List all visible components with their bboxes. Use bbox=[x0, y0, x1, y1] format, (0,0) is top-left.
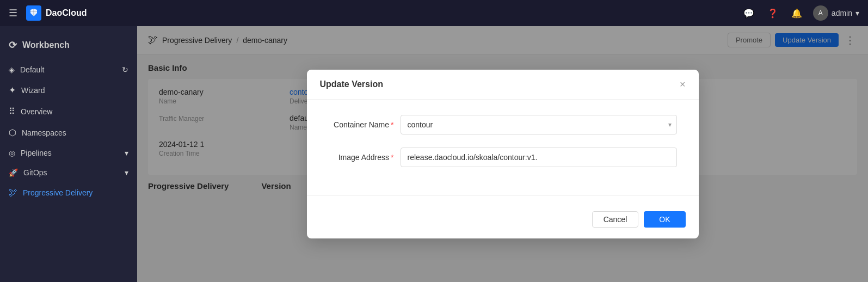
container-name-select-wrapper: contour ▾ bbox=[401, 115, 677, 134]
gitops-icon: 🚀 bbox=[9, 168, 18, 177]
namespaces-icon: ⬡ bbox=[9, 127, 16, 138]
app-name: DaoCloud bbox=[46, 8, 87, 18]
chevron-down-icon-gitops: ▾ bbox=[125, 168, 128, 177]
top-nav: ☰ DaoCloud 💬 ❓ 🔔 A admin ▾ bbox=[0, 0, 868, 26]
logo-area: DaoCloud bbox=[26, 5, 87, 21]
logo-icon bbox=[26, 5, 41, 21]
sidebar: ⟳ Workbench ◈ Default ↻ ✦ Wizard ⠿ Overv… bbox=[0, 26, 137, 282]
sidebar-item-default[interactable]: ◈ Default ↻ bbox=[0, 60, 137, 79]
required-star-container: * bbox=[391, 120, 393, 129]
modal-body: Container Name * contour ▾ Image Addre bbox=[307, 100, 699, 191]
user-area[interactable]: A admin ▾ bbox=[813, 5, 859, 21]
progressive-delivery-icon: 🕊 bbox=[9, 188, 17, 198]
overview-icon: ⠿ bbox=[9, 106, 15, 117]
sidebar-label-overview: Overview bbox=[21, 107, 52, 116]
modal-overlay[interactable]: Update Version × Container Name * contou… bbox=[137, 26, 868, 282]
default-icon: ◈ bbox=[9, 65, 15, 74]
update-version-modal: Update Version × Container Name * contou… bbox=[307, 70, 699, 238]
pipelines-icon: ◎ bbox=[9, 149, 15, 157]
cancel-button[interactable]: Cancel bbox=[592, 211, 639, 228]
main-layout: ⟳ Workbench ◈ Default ↻ ✦ Wizard ⠿ Overv… bbox=[0, 26, 868, 282]
sidebar-label-wizard: Wizard bbox=[21, 86, 45, 95]
container-name-row: Container Name * contour ▾ bbox=[329, 115, 677, 134]
ok-button[interactable]: OK bbox=[644, 211, 685, 228]
modal-close-icon[interactable]: × bbox=[680, 79, 686, 89]
sidebar-item-pipelines[interactable]: ◎ Pipelines ▾ bbox=[0, 143, 137, 163]
sidebar-label-default: Default bbox=[20, 65, 44, 74]
chevron-down-icon: ▾ bbox=[855, 9, 859, 17]
sidebar-label-pipelines: Pipelines bbox=[21, 149, 52, 157]
sidebar-label-gitops: GitOps bbox=[23, 168, 47, 177]
workbench-label: Workbench bbox=[22, 40, 70, 50]
image-address-label: Image Address * bbox=[329, 153, 394, 162]
chevron-down-icon-pipelines: ▾ bbox=[125, 149, 128, 157]
modal-divider bbox=[307, 195, 699, 196]
sidebar-item-namespaces[interactable]: ⬡ Namespaces bbox=[0, 122, 137, 143]
sidebar-label-namespaces: Namespaces bbox=[22, 128, 66, 137]
workbench-icon: ⟳ bbox=[9, 39, 17, 51]
sidebar-item-workbench[interactable]: ⟳ Workbench bbox=[0, 30, 137, 60]
container-name-select[interactable]: contour bbox=[401, 115, 677, 134]
hamburger-icon[interactable]: ☰ bbox=[9, 7, 17, 19]
avatar-initials: A bbox=[818, 9, 823, 17]
content-area: 🕊 Progressive Delivery / demo-canary Pro… bbox=[137, 26, 868, 282]
bell-icon[interactable]: 🔔 bbox=[789, 5, 804, 21]
image-address-input[interactable] bbox=[401, 148, 677, 167]
sidebar-label-progressive-delivery: Progressive Delivery bbox=[23, 188, 93, 197]
required-star-image: * bbox=[391, 153, 393, 162]
sidebar-item-progressive-delivery[interactable]: 🕊 Progressive Delivery bbox=[0, 182, 137, 203]
container-name-label: Container Name * bbox=[329, 120, 394, 129]
help-icon[interactable]: ❓ bbox=[765, 5, 780, 21]
image-address-row: Image Address * bbox=[329, 148, 677, 167]
wizard-icon: ✦ bbox=[9, 85, 16, 95]
sidebar-item-wizard[interactable]: ✦ Wizard bbox=[0, 79, 137, 101]
avatar: A bbox=[813, 5, 828, 21]
username: admin bbox=[832, 9, 852, 17]
modal-header: Update Version × bbox=[307, 70, 699, 100]
chat-icon[interactable]: 💬 bbox=[741, 5, 756, 21]
sidebar-item-gitops[interactable]: 🚀 GitOps ▾ bbox=[0, 163, 137, 182]
modal-footer: Cancel OK bbox=[307, 207, 699, 238]
sidebar-item-overview[interactable]: ⠿ Overview bbox=[0, 101, 137, 122]
nav-icons: 💬 ❓ 🔔 A admin ▾ bbox=[741, 5, 859, 21]
sync-icon: ↻ bbox=[122, 65, 128, 74]
modal-title: Update Version bbox=[320, 79, 383, 89]
